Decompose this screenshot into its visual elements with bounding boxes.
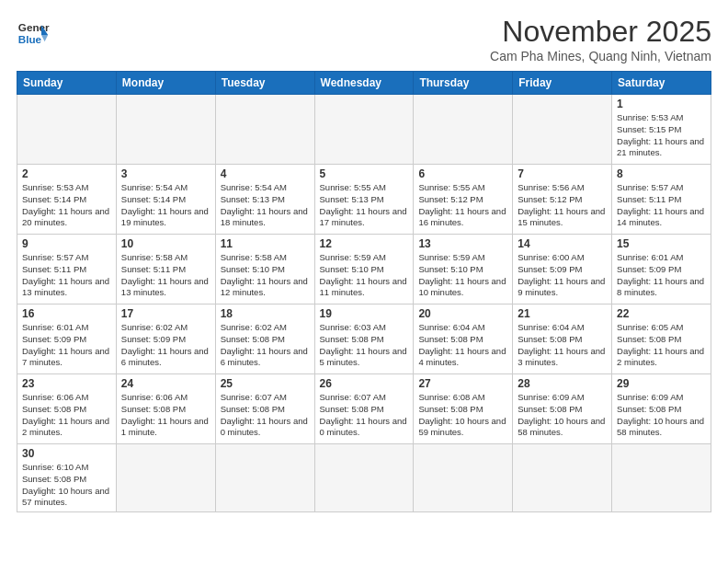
day-number: 20 (418, 307, 507, 320)
table-row (17, 95, 117, 165)
table-row (215, 444, 314, 512)
day-number: 22 (617, 307, 706, 320)
day-number: 23 (22, 377, 111, 390)
table-row: 27Sunrise: 6:08 AM Sunset: 5:08 PM Dayli… (414, 374, 513, 444)
col-thursday: Thursday (414, 72, 513, 95)
svg-marker-3 (41, 35, 48, 41)
day-number: 12 (320, 237, 409, 250)
col-saturday: Saturday (612, 72, 711, 95)
day-info: Sunrise: 6:05 AM Sunset: 5:08 PM Dayligh… (617, 322, 706, 369)
day-info: Sunrise: 5:57 AM Sunset: 5:11 PM Dayligh… (617, 182, 706, 229)
table-row: 1Sunrise: 5:53 AM Sunset: 5:15 PM Daylig… (612, 95, 711, 165)
day-number: 9 (22, 237, 111, 250)
day-number: 5 (320, 167, 409, 180)
table-row: 9Sunrise: 5:57 AM Sunset: 5:11 PM Daylig… (17, 235, 117, 304)
col-wednesday: Wednesday (314, 72, 414, 95)
logo: General Blue (17, 18, 50, 52)
day-number: 10 (121, 237, 210, 250)
day-info: Sunrise: 6:01 AM Sunset: 5:09 PM Dayligh… (22, 322, 111, 369)
col-monday: Monday (116, 72, 215, 95)
day-info: Sunrise: 5:54 AM Sunset: 5:14 PM Dayligh… (121, 182, 210, 229)
day-info: Sunrise: 6:09 AM Sunset: 5:08 PM Dayligh… (518, 392, 607, 439)
svg-text:Blue: Blue (18, 33, 42, 45)
col-sunday: Sunday (17, 72, 117, 95)
day-number: 27 (418, 377, 507, 390)
table-row (414, 95, 513, 165)
day-number: 3 (121, 167, 210, 180)
day-info: Sunrise: 6:06 AM Sunset: 5:08 PM Dayligh… (22, 392, 111, 439)
table-row (612, 444, 711, 512)
table-row: 14Sunrise: 6:00 AM Sunset: 5:09 PM Dayli… (513, 235, 612, 304)
day-info: Sunrise: 5:54 AM Sunset: 5:13 PM Dayligh… (221, 182, 310, 229)
header: General Blue November 2025 Cam Pha Mines… (17, 15, 711, 63)
subtitle: Cam Pha Mines, Quang Ninh, Vietnam (490, 49, 711, 63)
table-row: 26Sunrise: 6:07 AM Sunset: 5:08 PM Dayli… (314, 374, 414, 444)
table-row: 8Sunrise: 5:57 AM Sunset: 5:11 PM Daylig… (612, 165, 711, 235)
page: General Blue November 2025 Cam Pha Mines… (0, 0, 728, 522)
day-number: 25 (221, 377, 310, 390)
day-info: Sunrise: 5:58 AM Sunset: 5:10 PM Dayligh… (221, 252, 310, 299)
table-row (513, 95, 612, 165)
table-row: 22Sunrise: 6:05 AM Sunset: 5:08 PM Dayli… (612, 304, 711, 374)
day-info: Sunrise: 5:59 AM Sunset: 5:10 PM Dayligh… (418, 252, 507, 299)
day-info: Sunrise: 6:06 AM Sunset: 5:08 PM Dayligh… (121, 392, 210, 439)
table-row: 15Sunrise: 6:01 AM Sunset: 5:09 PM Dayli… (612, 235, 711, 304)
day-number: 2 (22, 167, 111, 180)
day-number: 1 (617, 98, 706, 110)
month-title: November 2025 (490, 15, 711, 49)
table-row (414, 444, 513, 512)
day-number: 11 (221, 237, 310, 250)
table-row: 4Sunrise: 5:54 AM Sunset: 5:13 PM Daylig… (215, 165, 314, 235)
day-number: 6 (418, 167, 507, 180)
day-info: Sunrise: 5:55 AM Sunset: 5:13 PM Dayligh… (320, 182, 409, 229)
table-row (116, 95, 215, 165)
table-row: 16Sunrise: 6:01 AM Sunset: 5:09 PM Dayli… (17, 304, 117, 374)
table-row: 21Sunrise: 6:04 AM Sunset: 5:08 PM Dayli… (513, 304, 612, 374)
table-row: 19Sunrise: 6:03 AM Sunset: 5:08 PM Dayli… (314, 304, 414, 374)
day-number: 4 (221, 167, 310, 180)
day-info: Sunrise: 6:08 AM Sunset: 5:08 PM Dayligh… (418, 392, 507, 439)
col-tuesday: Tuesday (215, 72, 314, 95)
day-info: Sunrise: 6:01 AM Sunset: 5:09 PM Dayligh… (617, 252, 706, 299)
table-row: 29Sunrise: 6:09 AM Sunset: 5:08 PM Dayli… (612, 374, 711, 444)
calendar: Sunday Monday Tuesday Wednesday Thursday… (17, 71, 711, 512)
day-info: Sunrise: 5:58 AM Sunset: 5:11 PM Dayligh… (121, 252, 210, 299)
day-number: 19 (320, 307, 409, 320)
day-info: Sunrise: 6:02 AM Sunset: 5:08 PM Dayligh… (221, 322, 310, 369)
table-row (116, 444, 215, 512)
day-number: 24 (121, 377, 210, 390)
table-row: 10Sunrise: 5:58 AM Sunset: 5:11 PM Dayli… (116, 235, 215, 304)
table-row: 12Sunrise: 5:59 AM Sunset: 5:10 PM Dayli… (314, 235, 414, 304)
table-row: 13Sunrise: 5:59 AM Sunset: 5:10 PM Dayli… (414, 235, 513, 304)
day-number: 8 (617, 167, 706, 180)
day-info: Sunrise: 5:53 AM Sunset: 5:15 PM Dayligh… (617, 112, 706, 159)
day-number: 15 (617, 237, 706, 250)
col-friday: Friday (513, 72, 612, 95)
day-number: 14 (518, 237, 607, 250)
logo-icon: General Blue (17, 18, 50, 52)
table-row (314, 444, 414, 512)
table-row: 28Sunrise: 6:09 AM Sunset: 5:08 PM Dayli… (513, 374, 612, 444)
day-info: Sunrise: 5:59 AM Sunset: 5:10 PM Dayligh… (320, 252, 409, 299)
table-row: 11Sunrise: 5:58 AM Sunset: 5:10 PM Dayli… (215, 235, 314, 304)
day-info: Sunrise: 5:56 AM Sunset: 5:12 PM Dayligh… (518, 182, 607, 229)
day-info: Sunrise: 6:03 AM Sunset: 5:08 PM Dayligh… (320, 322, 409, 369)
day-info: Sunrise: 6:02 AM Sunset: 5:09 PM Dayligh… (121, 322, 210, 369)
table-row: 7Sunrise: 5:56 AM Sunset: 5:12 PM Daylig… (513, 165, 612, 235)
table-row: 30Sunrise: 6:10 AM Sunset: 5:08 PM Dayli… (17, 444, 117, 512)
table-row (314, 95, 414, 165)
day-number: 29 (617, 377, 706, 390)
day-info: Sunrise: 6:07 AM Sunset: 5:08 PM Dayligh… (221, 392, 310, 439)
day-number: 30 (22, 447, 111, 460)
table-row: 17Sunrise: 6:02 AM Sunset: 5:09 PM Dayli… (116, 304, 215, 374)
day-info: Sunrise: 6:10 AM Sunset: 5:08 PM Dayligh… (22, 462, 111, 509)
day-info: Sunrise: 6:00 AM Sunset: 5:09 PM Dayligh… (518, 252, 607, 299)
day-info: Sunrise: 5:55 AM Sunset: 5:12 PM Dayligh… (418, 182, 507, 229)
table-row (513, 444, 612, 512)
day-number: 13 (418, 237, 507, 250)
day-number: 26 (320, 377, 409, 390)
day-info: Sunrise: 6:04 AM Sunset: 5:08 PM Dayligh… (418, 322, 507, 369)
day-number: 28 (518, 377, 607, 390)
day-number: 16 (22, 307, 111, 320)
day-number: 17 (121, 307, 210, 320)
